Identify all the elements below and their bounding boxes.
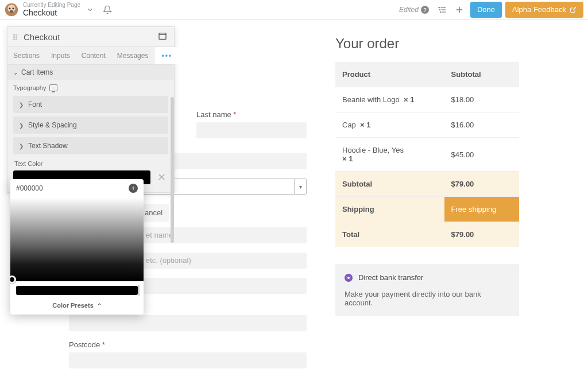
panel-header[interactable]: Checkout <box>7 27 174 46</box>
tab-more[interactable]: ••• <box>154 47 179 64</box>
tab-sections[interactable]: Sections <box>7 47 45 64</box>
accordion-font[interactable]: ❯ Font <box>13 96 168 113</box>
edited-text: Edited <box>399 6 419 14</box>
picker-hex-row: #000000 + <box>10 179 144 197</box>
add-preset-icon[interactable]: + <box>129 184 138 193</box>
accordion-text-shadow[interactable]: ❯ Text Shadow <box>13 137 168 154</box>
picker-handle[interactable] <box>10 276 16 284</box>
svg-point-4 <box>10 10 13 13</box>
radio-on-icon <box>345 274 353 282</box>
order-subtotal-row: Subtotal $79.00 <box>335 172 519 197</box>
help-icon[interactable]: ? <box>421 6 429 14</box>
svg-point-10 <box>440 11 441 12</box>
page-title: Checkout <box>23 8 80 17</box>
color-presets-toggle[interactable]: Color Presets ⌃ <box>10 298 144 315</box>
top-bar: Currently Editing Page Checkout Edited ?… <box>0 0 588 20</box>
responsive-device-icon[interactable] <box>49 84 57 91</box>
section-label: Cart Items <box>21 68 53 76</box>
postcode-label: Postcode * <box>69 340 307 349</box>
order-total-row: Total $79.00 <box>335 222 519 247</box>
external-link-icon <box>570 6 577 13</box>
edited-status: Edited ? <box>399 6 429 14</box>
accordion-style-spacing[interactable]: ❯ Style & Spacing <box>13 117 168 134</box>
cancel-chip[interactable]: ancel <box>138 204 307 222</box>
chevron-right-icon: ❯ <box>19 102 24 108</box>
chevron-right-icon: ❯ <box>19 143 24 149</box>
chevron-down-icon: ⌄ <box>13 69 18 76</box>
order-row: Cap × 1 $16.00 <box>335 112 519 138</box>
app-logo-icon <box>5 3 18 17</box>
order-table-header: Product Subtotal <box>335 62 519 87</box>
alpha-feedback-button[interactable]: Alpha Feedback <box>505 2 583 18</box>
payment-box: Direct bank transfer Make your payment d… <box>335 264 519 316</box>
last-name-label: Last name * <box>196 110 307 119</box>
last-name-field: Last name * <box>196 110 307 138</box>
element-editor-panel: Checkout Sections Inputs Content Message… <box>7 26 175 193</box>
street-placeholder: et name <box>146 231 173 239</box>
tab-messages[interactable]: Messages <box>111 47 154 64</box>
done-button[interactable]: Done <box>470 2 502 18</box>
chevron-up-icon: ⌃ <box>97 302 102 309</box>
picker-saturation-area[interactable] <box>10 197 144 281</box>
panel-body: Typography ❯ Font ❯ Style & Spacing ❯ Te… <box>7 80 174 192</box>
maximize-icon[interactable] <box>158 32 168 42</box>
tab-inputs[interactable]: Inputs <box>45 47 76 64</box>
panel-scrollbar[interactable] <box>171 97 174 243</box>
chevron-right-icon: ❯ <box>19 122 24 129</box>
payment-method-option[interactable]: Direct bank transfer <box>345 273 510 282</box>
select-caret-icon[interactable]: ▾ <box>294 179 307 195</box>
col-subtotal: Subtotal <box>444 62 519 87</box>
editing-sub-label: Currently Editing Page <box>23 2 80 9</box>
order-shipping-row: Shipping Free shipping <box>335 197 519 222</box>
order-row: Beanie with Logo × 1 $18.00 <box>335 87 519 112</box>
svg-point-3 <box>13 7 14 9</box>
panel-tabs: Sections Inputs Content Messages ••• <box>7 46 174 65</box>
drag-grip-icon[interactable] <box>13 34 19 40</box>
alpha-feedback-label: Alpha Feedback <box>512 5 566 14</box>
page-switcher-chevron-icon[interactable] <box>83 2 98 17</box>
tab-content[interactable]: Content <box>76 47 111 64</box>
last-name-input[interactable] <box>196 122 307 138</box>
picker-hue-slider[interactable] <box>16 286 138 295</box>
postcode-input[interactable] <box>69 352 307 368</box>
payment-method-label: Direct bank transfer <box>358 273 423 282</box>
structure-list-icon[interactable] <box>435 2 450 17</box>
order-row: Hoodie - Blue, Yes× 1 $45.00 <box>335 138 519 172</box>
notifications-bell-icon[interactable] <box>100 2 115 17</box>
add-element-icon[interactable] <box>452 2 467 17</box>
page-label-block: Currently Editing Page Checkout <box>23 2 80 18</box>
svg-point-2 <box>9 7 11 9</box>
svg-point-8 <box>439 7 439 7</box>
street2-placeholder: etc. (optional) <box>146 256 191 265</box>
svg-point-9 <box>439 9 440 10</box>
payment-description: Make your payment directly into our bank… <box>345 290 510 307</box>
text-color-label: Text Color <box>14 160 168 167</box>
county-input[interactable] <box>69 315 307 331</box>
order-table: Product Subtotal Beanie with Logo × 1 $1… <box>335 62 519 247</box>
col-product: Product <box>335 62 444 87</box>
order-summary-column: Your order Product Subtotal Beanie with … <box>335 36 519 388</box>
hue-handle[interactable] <box>138 285 140 296</box>
postcode-field: Postcode * <box>69 340 307 368</box>
svg-rect-13 <box>159 33 166 40</box>
order-title: Your order <box>335 36 519 52</box>
panel-title: Checkout <box>24 32 158 42</box>
typography-heading: Typography <box>13 84 168 91</box>
clear-color-icon[interactable]: ✕ <box>155 172 168 183</box>
picker-hex-value[interactable]: #000000 <box>16 184 43 192</box>
section-cart-items[interactable]: ⌄ Cart Items <box>7 65 174 80</box>
color-picker-popover: #000000 + Color Presets ⌃ <box>10 179 144 315</box>
